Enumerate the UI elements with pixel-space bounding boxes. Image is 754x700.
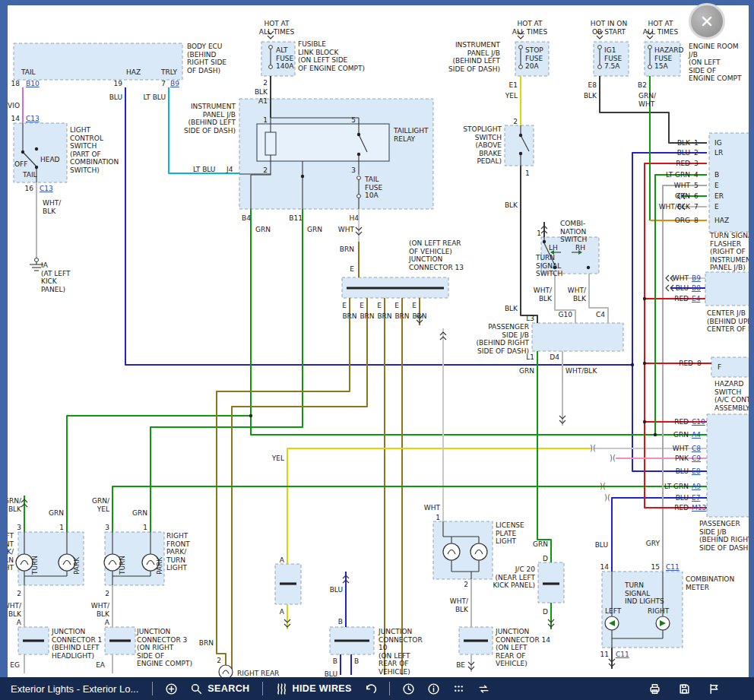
connector-link-C11[interactable]: C11 (616, 651, 629, 658)
fuse-terminal (598, 46, 602, 49)
relay-coil (265, 132, 276, 155)
connector-link-C8[interactable]: C8 (692, 445, 701, 452)
wire-grn (251, 209, 707, 435)
print-button[interactable] (648, 683, 661, 695)
diagram-label: GRN/WHT (638, 92, 657, 108)
diagram-label: PASSENGERSIDE J/B(BEHIND RIGHTSIDE OF DA… (699, 520, 752, 552)
diagram-label: B2 (638, 81, 647, 89)
diagram-label: B (338, 618, 343, 626)
connector-link-B8[interactable]: B8 (692, 284, 701, 292)
diagram-label: BLU (325, 670, 337, 677)
diagram-label: GRN (255, 226, 271, 233)
close-button[interactable]: ✕ (689, 3, 725, 40)
connector-link-C10[interactable]: C10 (692, 418, 705, 426)
connector-link-C9[interactable]: C9 (692, 455, 701, 462)
diagram-label: IA(AT LEFTKICKPANEL) (41, 261, 71, 293)
body-ecu (14, 43, 182, 80)
splice-mark: )( (590, 444, 596, 452)
diagram-label: GRY (646, 540, 661, 547)
diagram-label: J4 (226, 166, 233, 173)
diagram-label: CENTER J/B(BEHIND UPPERCENTER OF DASH) (707, 309, 754, 333)
window-border-top (0, 0, 754, 5)
diagram-label: 3 (694, 160, 699, 167)
diagram-label: WHT/BLK (43, 199, 62, 215)
diagram-label: RIGHT REARSIDE MARKER (237, 670, 284, 677)
center-jb (705, 272, 754, 306)
wiring-diagram-canvas[interactable]: )()()()(TAILHAZTRLYBODY ECU(BEHINDRIGHT … (0, 0, 754, 677)
connector-link-E7[interactable]: E7 (692, 494, 700, 502)
junction-dot (35, 147, 38, 150)
diagram-label: 11 (600, 651, 609, 658)
diagram-label: (ON LEFT REAROF VEHICLE)JUNCTIONCONNECTO… (408, 239, 464, 271)
connector-link-E4[interactable]: E4 (692, 295, 701, 302)
junction-dot (587, 266, 590, 269)
continuation-chevron (647, 36, 653, 39)
diagram-label: TRLY (160, 68, 178, 76)
grid-dots-icon (452, 683, 465, 695)
connector-link-E8[interactable]: E8 (692, 467, 701, 475)
junction-dot (543, 240, 546, 243)
diagram-label: COMBINATIONMETER (686, 575, 734, 591)
diagram-label: 4 (694, 171, 699, 179)
flag-button[interactable] (708, 683, 721, 695)
clock-button[interactable] (402, 683, 415, 695)
diagram-label: HEAD (40, 156, 60, 163)
diagram-label: VIO (8, 102, 20, 109)
save-button[interactable] (678, 683, 691, 695)
diagram-label: WHT/BLK (91, 602, 110, 618)
diagram-label: 16 (25, 185, 34, 192)
connector-link-B9[interactable]: B9 (170, 80, 179, 87)
diagram-label: HOT IN ONOR START (591, 20, 627, 36)
diagram-label: 1 (537, 230, 541, 237)
connector-link-C13[interactable]: C13 (26, 115, 40, 122)
bulb-icon (470, 543, 487, 560)
diagram-label: BLK (505, 305, 518, 312)
diagram-label: LT BLU (193, 166, 215, 173)
diagram-label: HOT ATALL TIMES (643, 20, 679, 36)
diagram-label: GRN (307, 226, 322, 233)
diagram-label: G10 (559, 311, 573, 318)
diagram-label: WHT (424, 504, 441, 512)
diagram-label: 2 (263, 79, 268, 87)
undo-button[interactable] (364, 683, 377, 695)
diagram-label: WHT/BLK (568, 287, 587, 302)
diagram-label: HOT ATALL TIMES (259, 20, 295, 36)
search-label: SEARCH (208, 683, 249, 694)
diagram-label: COMBI-NATIONSWITCH (560, 220, 587, 243)
diagram-label: LEFT (605, 607, 622, 615)
connector-link-B9[interactable]: B9 (692, 274, 701, 282)
connector-link-A4[interactable]: A4 (692, 431, 701, 439)
diagram-label: B11 (289, 214, 303, 222)
search-button[interactable]: SEARCH (190, 683, 249, 695)
connector-link-C11[interactable]: C11 (666, 563, 680, 571)
connector-link-A9[interactable]: A9 (692, 483, 701, 490)
junction-dot (643, 362, 646, 365)
sync-button[interactable] (477, 683, 490, 695)
diagram-label: 1 (694, 139, 699, 147)
diagram-label: WHT/BLK (566, 367, 597, 375)
junction-dot (357, 153, 360, 156)
diagram-label: BRN (342, 312, 356, 320)
connector-link-B10[interactable]: B10 (26, 80, 40, 87)
grid-button[interactable] (452, 683, 465, 695)
diagram-label: E (350, 265, 354, 273)
toolbar-separator (389, 682, 390, 695)
diagram-label: 6 (694, 192, 699, 200)
diagram-label: PARK (156, 556, 163, 575)
hide-wires-button[interactable]: HIDE WIRES (275, 683, 352, 695)
diagram-label: IG (714, 139, 722, 147)
continuation-chevron (666, 275, 669, 281)
diagram-label: BLK (677, 139, 691, 147)
diagram-label: A (17, 619, 22, 626)
connector-link-M13[interactable]: M13 (692, 504, 706, 512)
diagram-label: GRN/YEL (92, 497, 110, 513)
diagram-label: 2 (694, 149, 699, 157)
diagram-label: EG (10, 661, 20, 669)
diagram-label: YEL (505, 92, 518, 100)
diagram-label: RED (674, 418, 689, 426)
diagram-label: ORG (675, 217, 690, 224)
add-button[interactable] (165, 683, 178, 695)
diagram-label: HOT ATALL TIMES (512, 20, 548, 36)
connector-link-C13[interactable]: C13 (40, 185, 53, 192)
info-button[interactable] (427, 683, 440, 695)
